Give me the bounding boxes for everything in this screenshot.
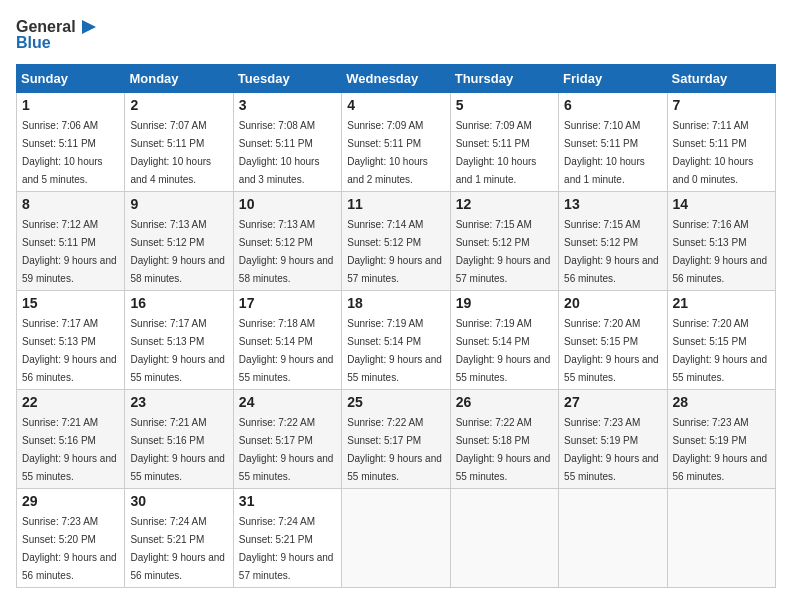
day-number: 4 bbox=[347, 97, 444, 113]
calendar-table: SundayMondayTuesdayWednesdayThursdayFrid… bbox=[16, 64, 776, 588]
calendar-cell: 27 Sunrise: 7:23 AMSunset: 5:19 PMDaylig… bbox=[559, 390, 667, 489]
calendar-cell: 7 Sunrise: 7:11 AMSunset: 5:11 PMDayligh… bbox=[667, 93, 775, 192]
day-info: Sunrise: 7:09 AMSunset: 5:11 PMDaylight:… bbox=[347, 120, 428, 185]
day-info: Sunrise: 7:17 AMSunset: 5:13 PMDaylight:… bbox=[22, 318, 117, 383]
logo-text-block: General Blue bbox=[16, 16, 100, 52]
calendar-week-row: 1 Sunrise: 7:06 AMSunset: 5:11 PMDayligh… bbox=[17, 93, 776, 192]
calendar-cell: 30 Sunrise: 7:24 AMSunset: 5:21 PMDaylig… bbox=[125, 489, 233, 588]
day-number: 26 bbox=[456, 394, 553, 410]
day-number: 27 bbox=[564, 394, 661, 410]
day-number: 8 bbox=[22, 196, 119, 212]
day-info: Sunrise: 7:21 AMSunset: 5:16 PMDaylight:… bbox=[22, 417, 117, 482]
day-info: Sunrise: 7:15 AMSunset: 5:12 PMDaylight:… bbox=[564, 219, 659, 284]
day-number: 18 bbox=[347, 295, 444, 311]
calendar-cell: 25 Sunrise: 7:22 AMSunset: 5:17 PMDaylig… bbox=[342, 390, 450, 489]
day-info: Sunrise: 7:24 AMSunset: 5:21 PMDaylight:… bbox=[130, 516, 225, 581]
day-number: 16 bbox=[130, 295, 227, 311]
day-number: 21 bbox=[673, 295, 770, 311]
col-header-tuesday: Tuesday bbox=[233, 65, 341, 93]
day-info: Sunrise: 7:20 AMSunset: 5:15 PMDaylight:… bbox=[673, 318, 768, 383]
calendar-week-row: 22 Sunrise: 7:21 AMSunset: 5:16 PMDaylig… bbox=[17, 390, 776, 489]
calendar-cell: 13 Sunrise: 7:15 AMSunset: 5:12 PMDaylig… bbox=[559, 192, 667, 291]
calendar-cell: 16 Sunrise: 7:17 AMSunset: 5:13 PMDaylig… bbox=[125, 291, 233, 390]
day-number: 22 bbox=[22, 394, 119, 410]
day-info: Sunrise: 7:15 AMSunset: 5:12 PMDaylight:… bbox=[456, 219, 551, 284]
calendar-cell: 20 Sunrise: 7:20 AMSunset: 5:15 PMDaylig… bbox=[559, 291, 667, 390]
calendar-cell: 1 Sunrise: 7:06 AMSunset: 5:11 PMDayligh… bbox=[17, 93, 125, 192]
calendar-cell bbox=[667, 489, 775, 588]
day-info: Sunrise: 7:12 AMSunset: 5:11 PMDaylight:… bbox=[22, 219, 117, 284]
calendar-cell: 18 Sunrise: 7:19 AMSunset: 5:14 PMDaylig… bbox=[342, 291, 450, 390]
calendar-cell: 11 Sunrise: 7:14 AMSunset: 5:12 PMDaylig… bbox=[342, 192, 450, 291]
day-number: 19 bbox=[456, 295, 553, 311]
day-info: Sunrise: 7:16 AMSunset: 5:13 PMDaylight:… bbox=[673, 219, 768, 284]
day-number: 2 bbox=[130, 97, 227, 113]
day-info: Sunrise: 7:23 AMSunset: 5:19 PMDaylight:… bbox=[673, 417, 768, 482]
calendar-week-row: 15 Sunrise: 7:17 AMSunset: 5:13 PMDaylig… bbox=[17, 291, 776, 390]
calendar-cell: 19 Sunrise: 7:19 AMSunset: 5:14 PMDaylig… bbox=[450, 291, 558, 390]
day-number: 29 bbox=[22, 493, 119, 509]
calendar-header-row: SundayMondayTuesdayWednesdayThursdayFrid… bbox=[17, 65, 776, 93]
calendar-cell: 12 Sunrise: 7:15 AMSunset: 5:12 PMDaylig… bbox=[450, 192, 558, 291]
day-number: 24 bbox=[239, 394, 336, 410]
calendar-cell: 29 Sunrise: 7:23 AMSunset: 5:20 PMDaylig… bbox=[17, 489, 125, 588]
day-number: 25 bbox=[347, 394, 444, 410]
logo: General Blue bbox=[16, 16, 100, 52]
calendar-week-row: 8 Sunrise: 7:12 AMSunset: 5:11 PMDayligh… bbox=[17, 192, 776, 291]
day-number: 17 bbox=[239, 295, 336, 311]
day-info: Sunrise: 7:13 AMSunset: 5:12 PMDaylight:… bbox=[239, 219, 334, 284]
day-info: Sunrise: 7:19 AMSunset: 5:14 PMDaylight:… bbox=[456, 318, 551, 383]
col-header-wednesday: Wednesday bbox=[342, 65, 450, 93]
calendar-cell: 15 Sunrise: 7:17 AMSunset: 5:13 PMDaylig… bbox=[17, 291, 125, 390]
day-number: 30 bbox=[130, 493, 227, 509]
calendar-cell: 8 Sunrise: 7:12 AMSunset: 5:11 PMDayligh… bbox=[17, 192, 125, 291]
day-number: 1 bbox=[22, 97, 119, 113]
calendar-cell: 26 Sunrise: 7:22 AMSunset: 5:18 PMDaylig… bbox=[450, 390, 558, 489]
calendar-cell: 17 Sunrise: 7:18 AMSunset: 5:14 PMDaylig… bbox=[233, 291, 341, 390]
day-info: Sunrise: 7:23 AMSunset: 5:20 PMDaylight:… bbox=[22, 516, 117, 581]
calendar-cell: 24 Sunrise: 7:22 AMSunset: 5:17 PMDaylig… bbox=[233, 390, 341, 489]
calendar-cell: 5 Sunrise: 7:09 AMSunset: 5:11 PMDayligh… bbox=[450, 93, 558, 192]
day-number: 31 bbox=[239, 493, 336, 509]
calendar-cell: 22 Sunrise: 7:21 AMSunset: 5:16 PMDaylig… bbox=[17, 390, 125, 489]
day-info: Sunrise: 7:20 AMSunset: 5:15 PMDaylight:… bbox=[564, 318, 659, 383]
calendar-cell: 2 Sunrise: 7:07 AMSunset: 5:11 PMDayligh… bbox=[125, 93, 233, 192]
day-info: Sunrise: 7:22 AMSunset: 5:17 PMDaylight:… bbox=[239, 417, 334, 482]
day-info: Sunrise: 7:14 AMSunset: 5:12 PMDaylight:… bbox=[347, 219, 442, 284]
calendar-cell bbox=[450, 489, 558, 588]
day-info: Sunrise: 7:10 AMSunset: 5:11 PMDaylight:… bbox=[564, 120, 645, 185]
calendar-cell: 6 Sunrise: 7:10 AMSunset: 5:11 PMDayligh… bbox=[559, 93, 667, 192]
day-number: 11 bbox=[347, 196, 444, 212]
day-number: 28 bbox=[673, 394, 770, 410]
calendar-week-row: 29 Sunrise: 7:23 AMSunset: 5:20 PMDaylig… bbox=[17, 489, 776, 588]
day-info: Sunrise: 7:13 AMSunset: 5:12 PMDaylight:… bbox=[130, 219, 225, 284]
calendar-cell: 23 Sunrise: 7:21 AMSunset: 5:16 PMDaylig… bbox=[125, 390, 233, 489]
calendar-cell: 31 Sunrise: 7:24 AMSunset: 5:21 PMDaylig… bbox=[233, 489, 341, 588]
calendar-cell: 4 Sunrise: 7:09 AMSunset: 5:11 PMDayligh… bbox=[342, 93, 450, 192]
calendar-cell: 9 Sunrise: 7:13 AMSunset: 5:12 PMDayligh… bbox=[125, 192, 233, 291]
day-number: 10 bbox=[239, 196, 336, 212]
day-number: 3 bbox=[239, 97, 336, 113]
calendar-cell: 14 Sunrise: 7:16 AMSunset: 5:13 PMDaylig… bbox=[667, 192, 775, 291]
col-header-thursday: Thursday bbox=[450, 65, 558, 93]
page-header: General Blue bbox=[16, 16, 776, 52]
col-header-friday: Friday bbox=[559, 65, 667, 93]
day-info: Sunrise: 7:17 AMSunset: 5:13 PMDaylight:… bbox=[130, 318, 225, 383]
day-info: Sunrise: 7:21 AMSunset: 5:16 PMDaylight:… bbox=[130, 417, 225, 482]
logo-blue: Blue bbox=[16, 34, 51, 52]
day-info: Sunrise: 7:19 AMSunset: 5:14 PMDaylight:… bbox=[347, 318, 442, 383]
calendar-cell bbox=[559, 489, 667, 588]
day-number: 7 bbox=[673, 97, 770, 113]
day-info: Sunrise: 7:23 AMSunset: 5:19 PMDaylight:… bbox=[564, 417, 659, 482]
day-info: Sunrise: 7:22 AMSunset: 5:17 PMDaylight:… bbox=[347, 417, 442, 482]
calendar-cell: 28 Sunrise: 7:23 AMSunset: 5:19 PMDaylig… bbox=[667, 390, 775, 489]
day-number: 9 bbox=[130, 196, 227, 212]
logo-triangle-icon bbox=[78, 16, 100, 38]
day-number: 23 bbox=[130, 394, 227, 410]
day-number: 6 bbox=[564, 97, 661, 113]
day-info: Sunrise: 7:22 AMSunset: 5:18 PMDaylight:… bbox=[456, 417, 551, 482]
calendar-cell bbox=[342, 489, 450, 588]
day-number: 13 bbox=[564, 196, 661, 212]
col-header-saturday: Saturday bbox=[667, 65, 775, 93]
day-number: 20 bbox=[564, 295, 661, 311]
